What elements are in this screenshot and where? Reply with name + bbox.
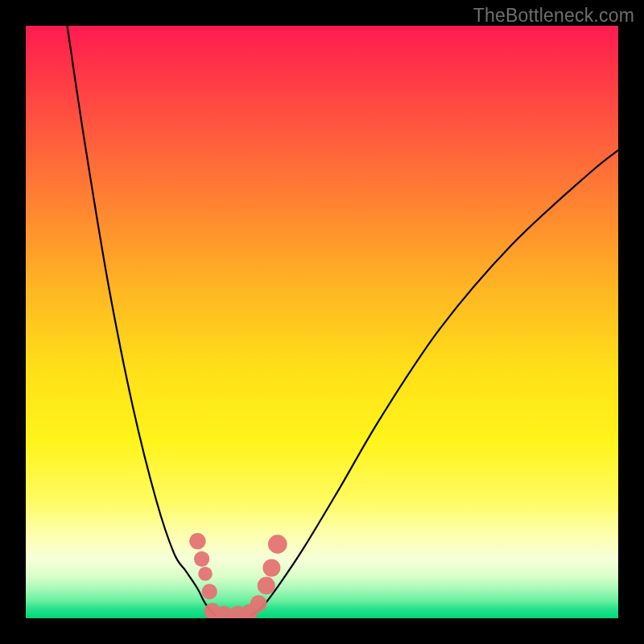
marker-dot (202, 584, 217, 599)
marker-cluster (189, 533, 287, 618)
marker-dot (189, 533, 206, 550)
marker-dot (258, 577, 275, 595)
outer-frame: TheBottleneck.com (0, 0, 644, 644)
marker-dot (198, 567, 213, 581)
curve-left-branch (68, 26, 216, 615)
marker-dot (262, 559, 280, 576)
curve-layer (26, 26, 618, 618)
curve-right-branch (251, 151, 618, 616)
watermark-text: TheBottleneck.com (473, 5, 634, 27)
plot-area (26, 26, 618, 618)
marker-dot (194, 551, 209, 567)
marker-dot (250, 595, 267, 612)
marker-dot (268, 535, 287, 554)
